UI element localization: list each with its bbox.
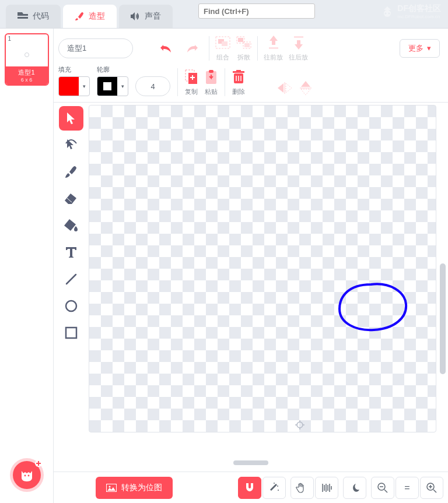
magnet-icon	[244, 483, 255, 493]
tab-code[interactable]: 代码	[6, 5, 61, 28]
btn-label: 组合	[216, 53, 229, 62]
outline-color-picker[interactable]: ▾	[97, 76, 128, 96]
outline-mode-button[interactable]	[290, 477, 314, 499]
find-input[interactable]	[198, 3, 315, 19]
svg-point-3	[24, 475, 26, 477]
svg-line-36	[433, 490, 436, 493]
tool-eraser[interactable]	[59, 187, 83, 211]
svg-point-29	[277, 486, 278, 487]
undo-button[interactable]	[155, 38, 176, 58]
flip-vertical-button[interactable]	[300, 80, 312, 96]
image-icon	[106, 484, 117, 492]
brush-icon	[75, 12, 84, 21]
watermark: DF创客社区mc.DFRobot.com.cn	[381, 3, 441, 19]
moon-icon	[350, 483, 359, 493]
tab-costumes[interactable]: 造型	[63, 5, 117, 28]
btn-label: 转换为位图	[121, 483, 162, 493]
backward-button[interactable]: 往后放	[289, 34, 308, 62]
copy-button[interactable]: 复制	[185, 69, 198, 96]
zoom-in-button[interactable]	[420, 477, 443, 499]
zoom-reset-button[interactable]: =	[396, 477, 419, 499]
more-button[interactable]: 更多 ▾	[400, 39, 440, 58]
redo-button[interactable]	[182, 38, 203, 58]
fill-label: 填充	[58, 65, 90, 74]
costume-list: 1 造型1 6 x 6	[0, 29, 54, 503]
eraser-icon	[65, 194, 78, 204]
tool-brush[interactable]	[59, 160, 83, 184]
svg-line-24	[66, 275, 76, 284]
delete-button[interactable]: 删除	[232, 69, 245, 96]
fill-color-picker[interactable]: ▾	[58, 76, 90, 96]
btn-label: 往前放	[264, 53, 283, 62]
svg-rect-18	[209, 70, 214, 73]
tool-select[interactable]	[59, 106, 83, 131]
svg-point-39	[297, 422, 303, 428]
square-icon	[65, 326, 78, 339]
flip-horizontal-button[interactable]	[276, 80, 293, 96]
line-icon	[65, 273, 78, 286]
magnet-button[interactable]	[238, 477, 261, 499]
svg-rect-8	[222, 41, 228, 46]
convert-bitmap-button[interactable]: 转换为位图	[96, 477, 173, 499]
ungroup-button[interactable]: 拆散	[236, 34, 251, 62]
costume-thumb[interactable]: 1 造型1 6 x 6	[5, 33, 49, 86]
svg-rect-26	[66, 328, 76, 338]
svg-rect-21	[236, 70, 241, 72]
toolbar-style: 填充 ▾ 轮廓 ▾ 复制 粘贴 删除	[54, 62, 448, 103]
btn-label: 删除	[232, 87, 245, 96]
zoom-in-icon	[426, 483, 437, 493]
tool-reshape[interactable]	[59, 133, 83, 157]
trash-icon	[233, 70, 244, 84]
dark-mode-button[interactable]	[343, 477, 366, 499]
svg-point-30	[274, 483, 275, 484]
tool-line[interactable]	[59, 267, 83, 291]
add-costume-button[interactable]	[13, 461, 41, 489]
toolbar-top: 组合 拆散 往前放 往后放 更多 ▾	[54, 29, 448, 62]
pixel-mode-button[interactable]	[315, 477, 338, 499]
pointer-icon	[66, 112, 76, 125]
reshape-icon	[65, 139, 77, 152]
bottom-bar: 转换为位图 =	[54, 472, 448, 503]
outline-label: 轮廓	[97, 65, 128, 74]
group-button[interactable]: 组合	[215, 34, 230, 62]
tool-palette	[54, 103, 89, 472]
vertical-scrollbar[interactable]	[440, 263, 446, 374]
btn-label: 往后放	[289, 53, 308, 62]
fill-swatch	[59, 76, 79, 96]
ungroup-icon	[236, 36, 251, 49]
outline-width-input[interactable]	[135, 76, 170, 96]
tool-fill[interactable]	[59, 213, 83, 238]
paint-canvas[interactable]	[89, 105, 436, 432]
thumb-preview	[6, 43, 48, 66]
group-icon	[215, 36, 230, 49]
tool-rect[interactable]	[59, 321, 83, 345]
thumb-index: 1	[6, 34, 48, 43]
cat-icon	[19, 467, 34, 483]
top-tab-bar: 代码 造型 声音 DF创客社区mc.DFRobot.com.cn	[0, 0, 448, 28]
tool-circle[interactable]	[59, 294, 83, 318]
watermark-title: DF创客社区	[397, 3, 441, 13]
tool-text[interactable]	[59, 240, 83, 265]
svg-rect-12	[244, 43, 250, 47]
equals-label: =	[404, 483, 410, 493]
flip-v-icon	[300, 80, 312, 96]
undo-icon	[160, 44, 172, 53]
flip-h-icon	[276, 82, 293, 94]
text-icon	[65, 247, 77, 258]
watermark-sub: mc.DFRobot.com.cn	[397, 14, 441, 19]
bars-icon	[321, 483, 332, 493]
tab-sounds[interactable]: 声音	[119, 5, 173, 28]
outline-swatch	[97, 76, 117, 96]
btn-label: 复制	[185, 87, 198, 96]
horizontal-scrollbar[interactable]	[233, 460, 268, 465]
paste-button[interactable]: 粘贴	[205, 69, 218, 96]
chevron-down-icon: ▾	[79, 83, 89, 89]
wand-button[interactable]	[262, 477, 286, 499]
zoom-out-button[interactable]	[371, 477, 394, 499]
tab-label: 造型	[89, 11, 105, 22]
zoom-out-icon	[377, 483, 388, 493]
forward-button[interactable]: 往前放	[264, 34, 283, 62]
circle-icon	[65, 300, 78, 312]
costume-name-input[interactable]	[58, 38, 133, 58]
arrow-up-icon	[268, 36, 279, 50]
